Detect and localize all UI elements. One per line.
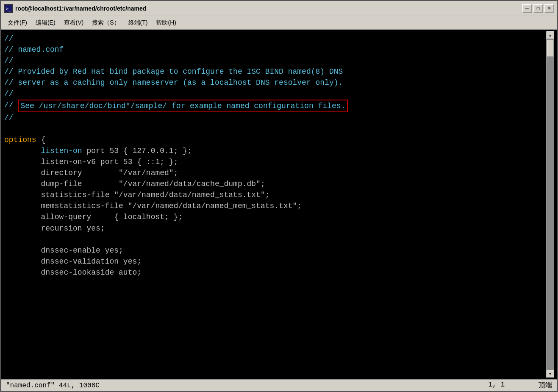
comment-prefix-7: //	[4, 100, 18, 112]
dnssec-enable-val: dnssec-enable yes;	[4, 245, 123, 256]
close-button[interactable]: ✕	[544, 4, 554, 13]
comment-6: //	[4, 88, 14, 99]
listen-on-val: port 53 { 127.0.0.1; };	[82, 145, 192, 156]
menu-edit[interactable]: 编辑(E)	[32, 18, 59, 28]
dump-file-val: dump-file "/var/named/data/cache_dump.db…	[4, 178, 265, 189]
window-controls: ─ □ ✕	[522, 4, 554, 13]
line-8: //	[4, 112, 546, 123]
terminal-icon: >_	[4, 4, 13, 13]
line-1: //	[4, 33, 546, 44]
line-dump-file: dump-file "/var/named/data/cache_dump.db…	[4, 178, 546, 189]
scroll-line	[547, 205, 554, 205]
line-7: // See /usr/share/doc/bind*/sample/ for …	[4, 100, 546, 112]
line-6: //	[4, 88, 546, 99]
line-allow-query: allow-query { localhost; };	[4, 211, 546, 222]
comment-3: //	[4, 55, 14, 66]
comment-8: //	[4, 112, 14, 123]
highlighted-comment: See /usr/share/doc/bind*/sample/ for exa…	[18, 100, 348, 112]
scroll-mode: 顶端	[539, 381, 552, 390]
scroll-up-button[interactable]: ▲	[547, 31, 554, 39]
menu-file[interactable]: 文件(F)	[4, 18, 31, 28]
cursor-position: 1, 1	[489, 381, 505, 390]
line-memstatistics-file: memstatistics-file "/var/named/data/name…	[4, 200, 546, 211]
keyword-options: options	[4, 134, 36, 145]
line-empty-1	[4, 123, 546, 134]
menu-view[interactable]: 查看(V)	[61, 18, 87, 28]
dnssec-lookaside-val: dnssec-lookaside auto;	[4, 267, 142, 278]
line-recursion: recursion yes;	[4, 223, 546, 234]
listen-on-v6: listen-on-v6 port 53 { ::1; };	[4, 156, 178, 167]
window-title: root@localhost1:/var/named/chroot/etc/na…	[15, 5, 146, 12]
line-listen-on: listen-on port 53 { 127.0.0.1; };	[4, 145, 546, 156]
editor-area[interactable]: // // named.conf // // Provided by Red H…	[4, 31, 546, 378]
title-bar-left: >_ root@localhost1:/var/named/chroot/etc…	[4, 4, 146, 13]
statistics-file-val: statistics-file "/var/named/data/named_s…	[4, 189, 270, 200]
line-dnssec-lookaside: dnssec-lookaside auto;	[4, 267, 546, 278]
line-statistics-file: statistics-file "/var/named/data/named_s…	[4, 189, 546, 200]
memstatistics-file-val: memstatistics-file "/var/named/data/name…	[4, 200, 302, 211]
line-5: // server as a caching only nameserver (…	[4, 77, 546, 88]
options-brace: {	[36, 134, 46, 145]
indent-1	[4, 145, 41, 156]
status-right: 1, 1 顶端	[489, 381, 552, 390]
dnssec-validation-val: dnssec-validation yes;	[4, 256, 142, 267]
line-directory: directory "/var/named";	[4, 167, 546, 178]
comment-4: // Provided by Red Hat bind package to c…	[4, 66, 343, 77]
status-bar: "named.conf" 44L, 1008C 1, 1 顶端	[1, 379, 557, 391]
file-info: "named.conf" 44L, 1008C	[6, 382, 100, 389]
editor-content: // // named.conf // // Provided by Red H…	[1, 30, 557, 379]
terminal-window: >_ root@localhost1:/var/named/chroot/etc…	[0, 0, 558, 392]
directive-listen-on: listen-on	[41, 145, 82, 156]
menu-search[interactable]: 搜索（S）	[89, 18, 123, 28]
menu-terminal[interactable]: 终端(T)	[125, 18, 151, 28]
line-4: // Provided by Red Hat bind package to c…	[4, 66, 546, 77]
scroll-track[interactable]	[547, 39, 554, 370]
menu-bar: 文件(F) 编辑(E) 查看(V) 搜索（S） 终端(T) 帮助(H)	[1, 16, 557, 30]
recursion-val: recursion yes;	[4, 223, 105, 234]
line-2: // named.conf	[4, 44, 546, 55]
comment-5: // server as a caching only nameserver (…	[4, 77, 343, 88]
line-dnssec-validation: dnssec-validation yes;	[4, 256, 546, 267]
allow-query-val: allow-query { localhost; };	[4, 211, 183, 222]
line-empty-2	[4, 234, 546, 245]
comment-1: //	[4, 33, 14, 44]
vertical-scrollbar[interactable]: ▲ ▼	[546, 31, 554, 378]
line-listen-on-v6: listen-on-v6 port 53 { ::1; };	[4, 156, 546, 167]
maximize-button[interactable]: □	[533, 4, 543, 13]
directory-val: directory "/var/named";	[4, 167, 178, 178]
line-options: options {	[4, 134, 546, 145]
menu-help[interactable]: 帮助(H)	[153, 18, 179, 28]
minimize-button[interactable]: ─	[522, 4, 532, 13]
scroll-thumb[interactable]	[547, 40, 554, 57]
comment-2: // named.conf	[4, 44, 64, 55]
line-dnssec-enable: dnssec-enable yes;	[4, 245, 546, 256]
line-3: //	[4, 55, 546, 66]
scroll-down-button[interactable]: ▼	[547, 370, 554, 378]
title-bar: >_ root@localhost1:/var/named/chroot/etc…	[1, 1, 557, 16]
svg-text:>_: >_	[6, 6, 11, 11]
